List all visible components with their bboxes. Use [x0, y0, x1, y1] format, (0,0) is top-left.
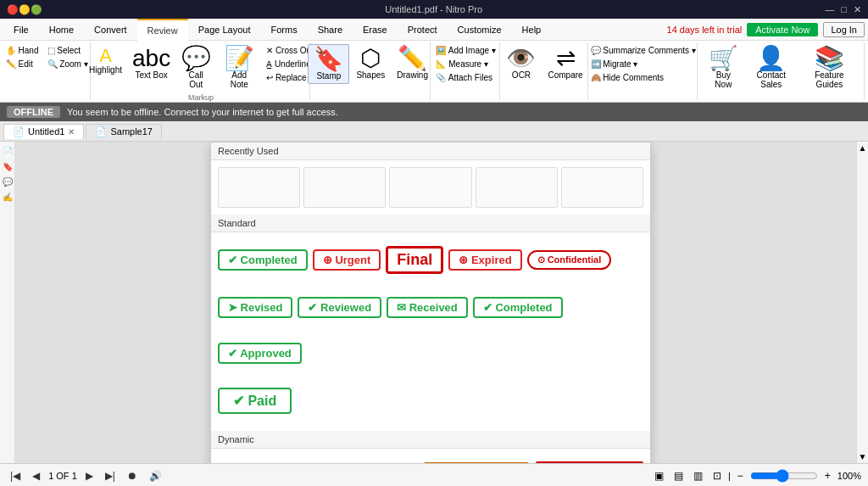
status-nav: |◀ ◀ 1 OF 1 ▶ ▶| ⏺ 🔊 [7, 468, 165, 483]
textbox-icon: abc [132, 47, 170, 70]
ocr-button[interactable]: 👁️ OCR [501, 44, 541, 82]
migrate-button[interactable]: ➡️ Migrate ▾ [587, 58, 699, 70]
tab-share[interactable]: Share [308, 19, 353, 41]
summarize-button[interactable]: 💬 Summarize Comments ▾ [587, 44, 699, 57]
tab-forms[interactable]: Forms [260, 19, 307, 41]
maximize-button[interactable]: □ [841, 4, 847, 15]
sidebar-signatures-icon[interactable]: ✍️ [2, 191, 14, 203]
dynamic-stamps-area: SOLD By user at 10:46:51, 12/11/2022 REC… [211, 449, 650, 463]
login-button[interactable]: Log In [823, 22, 865, 37]
zoom-slider[interactable] [750, 469, 818, 483]
insert-col: 🖼️ Add Image ▾ 📐 Measure ▾ 📎 Attach File… [432, 44, 498, 84]
view-fit-button[interactable]: ⊡ [709, 468, 725, 483]
compare-label: Compare [548, 70, 582, 80]
view-single-button[interactable]: ▣ [651, 468, 667, 483]
confidential-stamp: ⊙ Confidential [527, 250, 612, 270]
buynow-button[interactable]: 🛒 Buy Now [704, 44, 743, 92]
recently-used-slot-5[interactable] [561, 167, 643, 208]
highlight-label: Highlight [89, 65, 122, 75]
view-scroll-button[interactable]: ▥ [690, 468, 706, 483]
stamp-confidential[interactable]: ⊙ Confidential [527, 239, 612, 280]
stamp-completed2[interactable]: ✔ Completed [473, 287, 563, 327]
stamp-forcomment-dyn[interactable]: FOR COMMENT By user at 10:46:51, 12/11/2… [424, 455, 529, 463]
addnote-button[interactable]: 📝 Add Note [217, 44, 261, 92]
first-page-button[interactable]: |◀ [7, 468, 24, 483]
zoom-in-button[interactable]: + [821, 468, 834, 483]
stamp-sold-dyn[interactable]: SOLD By user at 10:46:51, 12/11/2022 [218, 455, 303, 463]
stamp-urgent[interactable]: ⊕ Urgent [313, 239, 381, 280]
hidecomments-button[interactable]: 🙈 Hide Comments [587, 71, 699, 84]
recently-used-slot-2[interactable] [303, 167, 386, 208]
stamp-expired[interactable]: ⊛ Expired [448, 239, 521, 280]
minimize-button[interactable]: — [825, 4, 834, 15]
forcomment-dynamic-stamp: FOR COMMENT By user at 10:46:51, 12/11/2… [424, 462, 529, 463]
markup-items: A Highlight abc Text Box 💬 Call Out 📝 Ad… [85, 44, 317, 92]
stamp-received[interactable]: ✉ Received [387, 287, 468, 327]
recently-used-slot-4[interactable] [476, 167, 558, 208]
buynow-icon: 🛒 [709, 47, 738, 70]
hand-tool-button[interactable]: ✋ Hand [3, 44, 42, 57]
received-stamp: ✉ Received [387, 297, 468, 318]
app-icon: 🔴🟡🟢 [7, 4, 42, 15]
stamp-reviewed[interactable]: ✔ Reviewed [298, 287, 381, 327]
stamp-revised[interactable]: ➤ Revised [218, 287, 292, 327]
recently-used-slot-3[interactable] [389, 167, 471, 208]
doc-tab-sample-icon: 📄 [95, 126, 107, 137]
sidebar-bookmarks-icon[interactable]: 🔖 [2, 160, 14, 172]
drawing-button[interactable]: ✏️ Drawing [392, 44, 433, 82]
tab-protect[interactable]: Protect [398, 19, 448, 41]
tab-home[interactable]: Home [39, 19, 84, 41]
view-items: ✋ Hand ✏️ Edit ⬚ Select 🔍 Zoom ▾ [3, 44, 92, 98]
stamp-paid[interactable]: ✔ Paid [218, 380, 292, 421]
scroll-down[interactable]: ▼ [859, 452, 867, 461]
featureguides-button[interactable]: 📚 Feature Guides [800, 44, 859, 92]
prev-page-button[interactable]: ◀ [29, 468, 43, 483]
sidebar-comments-icon[interactable]: 💬 [2, 176, 14, 187]
close-button[interactable]: ✕ [854, 4, 861, 15]
stamp-received-dyn[interactable]: RECEIVED By user at 10:46:51, 12/11/2022 [309, 455, 417, 463]
zoom-out-button[interactable]: − [734, 468, 747, 483]
edit-tool-button[interactable]: ✏️ Edit [3, 58, 42, 70]
next-page-button[interactable]: ▶ [82, 468, 97, 483]
contactsales-button[interactable]: 👤 Contact Sales [744, 44, 798, 92]
shapes-label: Shapes [356, 70, 385, 80]
scroll-up[interactable]: ▲ [859, 143, 867, 153]
callout-label: Call Out [181, 70, 210, 89]
sidebar-pages-icon[interactable]: 📄 [2, 145, 14, 157]
tab-review[interactable]: Review [137, 19, 188, 41]
textbox-button[interactable]: abc Text Box [128, 44, 175, 82]
view-double-button[interactable]: ▤ [670, 468, 687, 483]
stamp-approved[interactable]: ✔ Approved [218, 332, 302, 373]
document-area[interactable]: Lorem ipsum dolor sit amet, consectetur … [15, 142, 856, 463]
featureguides-icon: 📚 [815, 47, 844, 70]
shapes-icon: ⬡ [360, 47, 381, 70]
activate-button[interactable]: Activate Now [747, 23, 818, 36]
tab-file[interactable]: File [3, 19, 39, 41]
tab-convert[interactable]: Convert [84, 19, 137, 41]
shapes-button[interactable]: ⬡ Shapes [351, 44, 390, 82]
play-button[interactable]: ⏺ [124, 468, 141, 483]
compare-button[interactable]: ⇌ Compare [542, 44, 587, 82]
ocr-icon: 👁️ [506, 47, 536, 70]
highlight-button[interactable]: A Highlight [85, 44, 126, 77]
addimage-button[interactable]: 🖼️ Add Image ▾ [432, 44, 498, 57]
measure-button[interactable]: 📐 Measure ▾ [432, 58, 498, 70]
callout-button[interactable]: 💬 Call Out [176, 44, 215, 92]
standard-row-2: ➤ Revised ✔ Reviewed ✉ Received ✔ Comple… [218, 287, 643, 373]
tab-erase[interactable]: Erase [353, 19, 398, 41]
stamp-completed1[interactable]: ✔ Completed [218, 239, 308, 280]
doc-tab-sample[interactable]: 📄 Sample17 [86, 124, 162, 139]
tab-customize[interactable]: Customize [448, 19, 512, 41]
audio-button[interactable]: 🔊 [146, 468, 165, 483]
last-page-button[interactable]: ▶| [102, 468, 119, 483]
doc-tab-untitled[interactable]: 📄 Untitled1 ✕ [3, 124, 84, 139]
stamp-notpublic-dyn[interactable]: NOT FOR PUBLIC RELEASE By user at 10:46:… [536, 455, 643, 463]
recently-used-slot-1[interactable] [218, 167, 300, 208]
doc-tab-close[interactable]: ✕ [68, 127, 75, 137]
stamp-button[interactable]: 🔖 Stamp [308, 44, 349, 84]
stamp-final[interactable]: Final [386, 239, 443, 280]
tab-help[interactable]: Help [512, 19, 552, 41]
attachfiles-button[interactable]: 📎 Attach Files [432, 71, 498, 84]
right-sidebar: ▲ ▼ [856, 142, 868, 463]
tab-pagelayout[interactable]: Page Layout [188, 19, 261, 41]
